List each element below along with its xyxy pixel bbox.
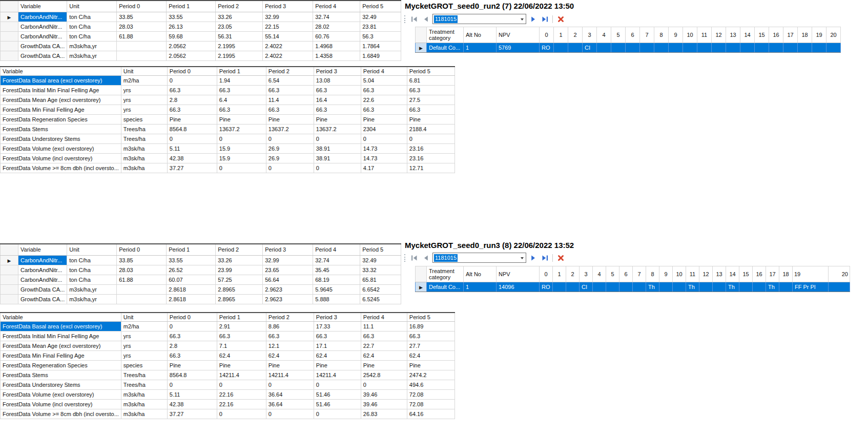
cell[interactable]: 61.88	[117, 275, 167, 284]
cell[interactable]: 0	[167, 134, 217, 143]
cell[interactable]: ForestData Volume (incl overstorey)	[1, 153, 121, 163]
cell[interactable]: Pine	[167, 360, 217, 370]
cell[interactable]: 2.4022	[263, 41, 313, 51]
cell[interactable]: yrs	[121, 341, 167, 350]
cell[interactable]: 66.3	[407, 105, 454, 114]
cell[interactable]: 64.16	[407, 409, 454, 419]
cell[interactable]: yrs	[121, 105, 167, 114]
cell[interactable]: CI	[580, 282, 593, 292]
cell[interactable]: 62.4	[266, 350, 314, 360]
cell[interactable]: 1.94	[217, 75, 266, 85]
cell[interactable]: 2304	[361, 124, 407, 134]
cell[interactable]: 22.15	[263, 22, 313, 31]
cell[interactable]: 62.4	[407, 350, 454, 360]
move-first-button[interactable]	[409, 253, 419, 263]
column-header[interactable]: NPV	[497, 27, 540, 43]
cell[interactable]: 2.8965	[216, 284, 263, 294]
cell[interactable]: GrowthData CA...	[18, 284, 67, 294]
column-header[interactable]: 3	[580, 266, 593, 282]
column-header[interactable]: 17	[783, 27, 798, 43]
row-selector[interactable]	[1, 265, 18, 275]
cell[interactable]: ForestData Min Final Felling Age	[1, 350, 121, 360]
cell[interactable]: 5.888	[313, 294, 360, 304]
column-header[interactable]: 20	[826, 27, 841, 43]
cell[interactable]: m3sk/ha,yr	[67, 41, 117, 51]
cell[interactable]: m3sk/ha	[121, 163, 167, 173]
move-next-button[interactable]	[528, 253, 538, 263]
cell[interactable]: 5.11	[167, 389, 217, 399]
cell[interactable]: 28.03	[117, 22, 167, 31]
cell[interactable]	[640, 43, 654, 53]
cell[interactable]: 23.65	[263, 265, 313, 275]
cell[interactable]	[753, 282, 766, 292]
cell[interactable]: 56.64	[263, 275, 313, 284]
cell[interactable]: 37.27	[167, 409, 217, 419]
cell[interactable]: 32.99	[263, 255, 313, 265]
cell[interactable]: Pine	[314, 114, 361, 124]
cell[interactable]	[117, 51, 167, 60]
cell[interactable]	[673, 282, 686, 292]
cell[interactable]: 494.6	[407, 380, 454, 389]
cell[interactable]: 42.38	[167, 399, 217, 409]
selector-column-header[interactable]	[1, 244, 18, 255]
cell[interactable]	[779, 282, 793, 292]
column-header[interactable]: Alt No	[464, 27, 497, 43]
row-selector[interactable]: ▶	[1, 255, 18, 265]
cell[interactable]: ForestData Stems	[1, 124, 121, 134]
cell[interactable]: Trees/ha	[121, 124, 167, 134]
cell[interactable]: 55.14	[263, 31, 313, 41]
cell[interactable]: 28.02	[313, 22, 360, 31]
cell[interactable]: 13.08	[314, 75, 361, 85]
cell[interactable]: Trees/ha	[121, 370, 167, 380]
column-header[interactable]: 10	[683, 27, 697, 43]
cell[interactable]: RO	[540, 282, 553, 292]
cell[interactable]: FF Pr Pl	[793, 282, 829, 292]
cell[interactable]: 26.83	[361, 409, 407, 419]
cell[interactable]: 12.71	[407, 163, 454, 173]
row-selector[interactable]	[1, 31, 18, 41]
cell[interactable]: 66.3	[217, 85, 266, 95]
cell[interactable]: 13637.2	[266, 124, 314, 134]
cell[interactable]: ton C/ha	[67, 22, 117, 31]
column-header[interactable]: 5	[606, 266, 619, 282]
cell[interactable]: 1	[464, 43, 497, 53]
cell[interactable]: 2.91	[217, 321, 266, 331]
cell[interactable]: CarbonAndNitr...	[18, 265, 67, 275]
column-header[interactable]: Period 4	[313, 1, 360, 12]
cell[interactable]	[606, 282, 619, 292]
cell[interactable]	[798, 43, 812, 53]
cell[interactable]: CarbonAndNitr...	[18, 12, 67, 22]
cell[interactable]: 32.49	[360, 255, 401, 265]
cell[interactable]: ForestData Stems	[1, 370, 121, 380]
move-last-button[interactable]	[540, 253, 550, 263]
cell[interactable]: ForestData Regeneration Species	[1, 114, 121, 124]
column-header[interactable]: 8	[646, 266, 659, 282]
cell[interactable]	[117, 294, 167, 304]
cell[interactable]: Pine	[407, 114, 454, 124]
cell[interactable]: ForestData Mean Age (excl overstorey)	[1, 341, 121, 350]
cell[interactable]: 13637.2	[314, 124, 361, 134]
column-header[interactable]: Alt No	[464, 266, 497, 282]
column-header[interactable]: Period 0	[117, 244, 167, 255]
cell[interactable]: 14.73	[361, 143, 407, 153]
cell[interactable]: m3sk/ha	[121, 409, 167, 419]
column-header[interactable]: 0	[540, 27, 554, 43]
cell[interactable]	[713, 282, 726, 292]
column-header[interactable]: 14	[726, 266, 739, 282]
column-header[interactable]: 9	[669, 27, 683, 43]
cell[interactable]: RO	[540, 43, 554, 53]
cell[interactable]: 2.9623	[263, 284, 313, 294]
column-header[interactable]: 19	[812, 27, 826, 43]
column-header[interactable]: 19	[793, 266, 829, 282]
cell[interactable]	[568, 43, 583, 53]
column-header[interactable]: Period 2	[266, 67, 314, 75]
cell[interactable]: 5.9645	[313, 284, 360, 294]
cell[interactable]: 2.8618	[167, 294, 216, 304]
cell[interactable]: CarbonAndNitr...	[18, 275, 67, 284]
cell[interactable]	[611, 43, 626, 53]
cell[interactable]: 0	[266, 409, 314, 419]
cell[interactable]	[117, 41, 167, 51]
cell[interactable]: Default Co...	[427, 43, 464, 53]
record-combo[interactable]: 1181015	[432, 253, 526, 263]
cell[interactable]: 14096	[497, 282, 540, 292]
